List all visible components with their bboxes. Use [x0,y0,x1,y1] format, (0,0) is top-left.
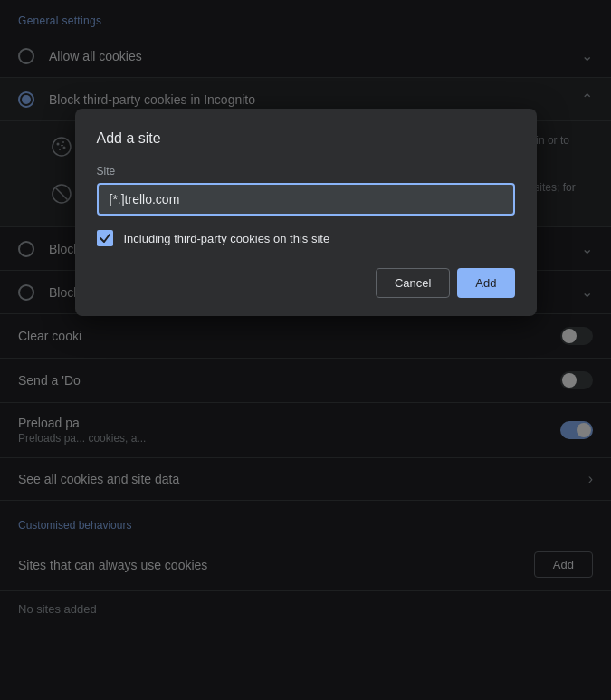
cancel-button[interactable]: Cancel [376,268,450,298]
add-site-modal: Add a site Site Including third-party co… [75,109,537,316]
modal-buttons: Cancel Add [97,268,515,298]
modal-overlay: Add a site Site Including third-party co… [0,0,611,700]
site-input[interactable] [97,183,515,216]
third-party-checkbox[interactable] [97,230,113,246]
third-party-checkbox-label: Including third-party cookies on this si… [124,232,330,245]
site-field-label: Site [97,165,515,177]
add-button[interactable]: Add [457,268,514,298]
modal-title: Add a site [97,130,515,147]
checkbox-row[interactable]: Including third-party cookies on this si… [97,230,515,246]
